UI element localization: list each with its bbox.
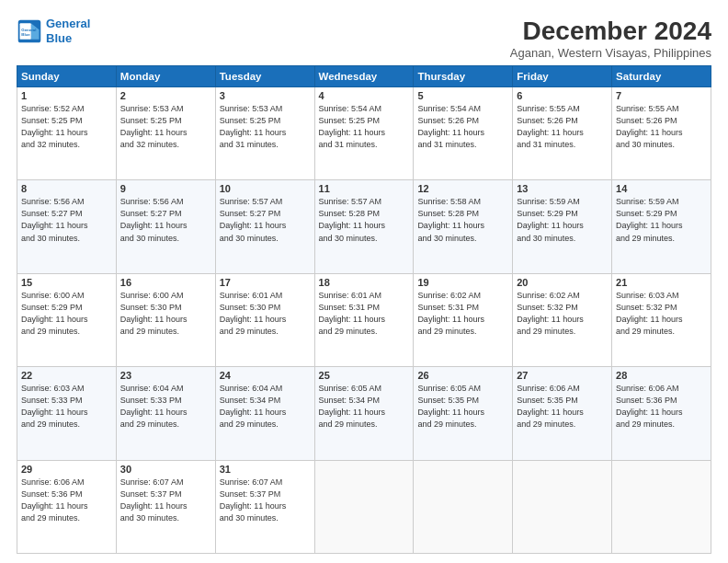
cell-text-line: Daylight: 11 hours bbox=[21, 407, 112, 419]
cell-text-line: Daylight: 11 hours bbox=[21, 220, 112, 232]
cell-text-line: Sunrise: 5:52 AM bbox=[21, 103, 112, 115]
calendar-cell: 14Sunrise: 5:59 AMSunset: 5:29 PMDayligh… bbox=[612, 180, 711, 273]
logo-icon: General Blue bbox=[17, 18, 42, 44]
cell-text-line: Sunrise: 6:02 AM bbox=[517, 290, 608, 302]
week-row-5: 29Sunrise: 6:06 AMSunset: 5:36 PMDayligh… bbox=[17, 460, 711, 553]
cell-text-line: Sunrise: 6:06 AM bbox=[21, 477, 112, 488]
cell-text-line: and 30 minutes. bbox=[517, 233, 608, 245]
day-number: 23 bbox=[120, 370, 211, 381]
cell-text-line: Sunrise: 5:55 AM bbox=[616, 103, 707, 115]
day-number: 26 bbox=[417, 370, 508, 381]
cell-text-line: Sunrise: 5:56 AM bbox=[21, 196, 112, 208]
day-number: 15 bbox=[21, 277, 112, 288]
calendar-cell: 29Sunrise: 6:06 AMSunset: 5:36 PMDayligh… bbox=[17, 460, 117, 553]
cell-text-line: and 30 minutes. bbox=[417, 233, 508, 245]
cell-text-line: Daylight: 11 hours bbox=[21, 127, 112, 139]
cell-text-line: Daylight: 11 hours bbox=[220, 407, 311, 419]
cell-text-line: Daylight: 11 hours bbox=[417, 407, 508, 419]
cell-text-line: Sunrise: 6:03 AM bbox=[21, 383, 112, 395]
cell-text-line: Sunset: 5:29 PM bbox=[517, 208, 608, 220]
cell-text-line: and 29 minutes. bbox=[120, 326, 211, 338]
title-block: December 2024 Aganan, Western Visayas, P… bbox=[510, 17, 711, 60]
cell-text-line: Sunset: 5:31 PM bbox=[319, 302, 410, 314]
cell-text-line: Sunrise: 5:57 AM bbox=[319, 196, 410, 208]
cell-text-line: Daylight: 11 hours bbox=[417, 314, 508, 326]
cell-text-line: Sunrise: 6:00 AM bbox=[21, 290, 112, 302]
calendar-cell: 25Sunrise: 6:05 AMSunset: 5:34 PMDayligh… bbox=[314, 367, 414, 460]
cell-text-line: Sunset: 5:26 PM bbox=[417, 115, 508, 127]
cell-text-line: Sunrise: 5:53 AM bbox=[120, 103, 211, 115]
day-number: 18 bbox=[319, 277, 410, 288]
cell-text-line: Sunset: 5:27 PM bbox=[220, 208, 311, 220]
cell-text-line: and 29 minutes. bbox=[21, 419, 112, 431]
cell-text-line: Daylight: 11 hours bbox=[616, 407, 707, 419]
cell-text-line: Daylight: 11 hours bbox=[517, 407, 608, 419]
cell-text-line: and 29 minutes. bbox=[220, 419, 311, 431]
cell-text-line: Sunset: 5:30 PM bbox=[120, 302, 211, 314]
cell-text-line: Daylight: 11 hours bbox=[417, 220, 508, 232]
cell-text-line: Sunrise: 6:01 AM bbox=[220, 290, 311, 302]
cell-text-line: Sunset: 5:27 PM bbox=[120, 208, 211, 220]
logo-line1: General bbox=[46, 17, 90, 30]
cell-text-line: and 31 minutes. bbox=[319, 139, 410, 151]
day-number: 13 bbox=[517, 183, 608, 194]
cell-text-line: Daylight: 11 hours bbox=[220, 314, 311, 326]
cell-text-line: Sunrise: 6:06 AM bbox=[517, 383, 608, 395]
cell-text-line: Sunrise: 5:54 AM bbox=[319, 103, 410, 115]
calendar-cell: 4Sunrise: 5:54 AMSunset: 5:25 PMDaylight… bbox=[314, 87, 414, 180]
cell-text-line: Daylight: 11 hours bbox=[319, 314, 410, 326]
calendar-table: SundayMondayTuesdayWednesdayThursdayFrid… bbox=[17, 65, 711, 554]
cell-text-line: Daylight: 11 hours bbox=[120, 407, 211, 419]
cell-text-line: Sunset: 5:31 PM bbox=[417, 302, 508, 314]
day-number: 11 bbox=[319, 183, 410, 194]
cell-text-line: Sunset: 5:26 PM bbox=[616, 115, 707, 127]
cell-text-line: and 29 minutes. bbox=[120, 419, 211, 431]
cell-text-line: Daylight: 11 hours bbox=[417, 127, 508, 139]
weekday-header-saturday: Saturday bbox=[612, 66, 711, 87]
weekday-header-sunday: Sunday bbox=[17, 66, 117, 87]
week-row-2: 8Sunrise: 5:56 AMSunset: 5:27 PMDaylight… bbox=[17, 180, 711, 273]
cell-text-line: and 29 minutes. bbox=[417, 326, 508, 338]
cell-text-line: Daylight: 11 hours bbox=[120, 500, 211, 512]
cell-text-line: and 30 minutes. bbox=[616, 139, 707, 151]
cell-text-line: Sunrise: 5:59 AM bbox=[616, 196, 707, 208]
cell-text-line: and 29 minutes. bbox=[220, 326, 311, 338]
cell-text-line: Sunrise: 5:54 AM bbox=[417, 103, 508, 115]
cell-text-line: and 29 minutes. bbox=[417, 419, 508, 431]
day-number: 14 bbox=[616, 183, 707, 194]
cell-text-line: Daylight: 11 hours bbox=[319, 220, 410, 232]
month-title: December 2024 bbox=[510, 17, 711, 46]
cell-text-line: Sunrise: 6:04 AM bbox=[220, 383, 311, 395]
cell-text-line: Daylight: 11 hours bbox=[120, 220, 211, 232]
day-number: 17 bbox=[220, 277, 311, 288]
cell-text-line: Sunset: 5:26 PM bbox=[517, 115, 608, 127]
cell-text-line: and 29 minutes. bbox=[21, 326, 112, 338]
calendar-cell: 26Sunrise: 6:05 AMSunset: 5:35 PMDayligh… bbox=[414, 367, 513, 460]
day-number: 3 bbox=[220, 90, 311, 101]
calendar-cell: 7Sunrise: 5:55 AMSunset: 5:26 PMDaylight… bbox=[612, 87, 711, 180]
day-number: 20 bbox=[517, 277, 608, 288]
cell-text-line: Sunset: 5:36 PM bbox=[616, 395, 707, 407]
calendar-cell: 10Sunrise: 5:57 AMSunset: 5:27 PMDayligh… bbox=[215, 180, 314, 273]
calendar-cell: 16Sunrise: 6:00 AMSunset: 5:30 PMDayligh… bbox=[116, 273, 215, 366]
calendar-cell bbox=[314, 460, 414, 553]
cell-text-line: Sunset: 5:32 PM bbox=[517, 302, 608, 314]
cell-text-line: Sunset: 5:25 PM bbox=[120, 115, 211, 127]
svg-text:General: General bbox=[21, 28, 36, 32]
calendar-cell bbox=[612, 460, 711, 553]
week-row-4: 22Sunrise: 6:03 AMSunset: 5:33 PMDayligh… bbox=[17, 367, 711, 460]
cell-text-line: Sunset: 5:37 PM bbox=[120, 488, 211, 500]
cell-text-line: and 30 minutes. bbox=[21, 233, 112, 245]
cell-text-line: and 29 minutes. bbox=[319, 419, 410, 431]
cell-text-line: Sunrise: 5:56 AM bbox=[120, 196, 211, 208]
calendar-cell: 31Sunrise: 6:07 AMSunset: 5:37 PMDayligh… bbox=[215, 460, 314, 553]
calendar-cell bbox=[513, 460, 612, 553]
cell-text-line: Sunset: 5:36 PM bbox=[21, 488, 112, 500]
cell-text-line: Sunset: 5:34 PM bbox=[319, 395, 410, 407]
cell-text-line: Sunset: 5:37 PM bbox=[220, 488, 311, 500]
calendar-cell: 19Sunrise: 6:02 AMSunset: 5:31 PMDayligh… bbox=[414, 273, 513, 366]
cell-text-line: Daylight: 11 hours bbox=[319, 407, 410, 419]
cell-text-line: Sunset: 5:33 PM bbox=[21, 395, 112, 407]
calendar-cell: 5Sunrise: 5:54 AMSunset: 5:26 PMDaylight… bbox=[414, 87, 513, 180]
cell-text-line: Sunset: 5:34 PM bbox=[220, 395, 311, 407]
